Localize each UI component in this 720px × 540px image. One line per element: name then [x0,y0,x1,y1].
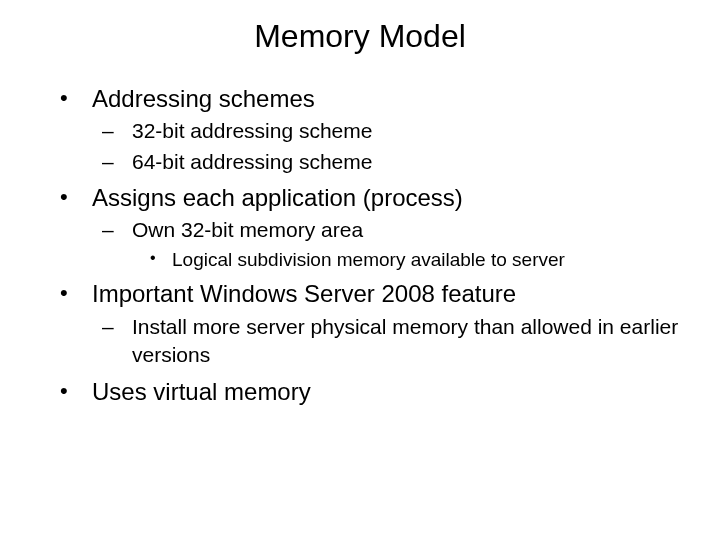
bullet-text: 64-bit addressing scheme [132,150,372,173]
slide: Memory Model Addressing schemes 32-bit a… [0,0,720,540]
bullet-text: 32-bit addressing scheme [132,119,372,142]
bullet-text: Logical subdivision memory available to … [172,249,565,270]
bullet-lvl2: Install more server physical memory than… [92,313,690,370]
sublist: 32-bit addressing scheme 64-bit addressi… [92,117,690,176]
slide-title: Memory Model [30,18,690,55]
bullet-list: Addressing schemes 32-bit addressing sch… [30,83,690,408]
bullet-lvl2: Own 32-bit memory area Logical subdivisi… [92,216,690,272]
bullet-text: Assigns each application (process) [92,184,463,211]
sublist: Logical subdivision memory available to … [132,247,690,273]
bullet-lvl2: 32-bit addressing scheme [92,117,690,145]
bullet-lvl1: Addressing schemes 32-bit addressing sch… [30,83,690,176]
sublist: Own 32-bit memory area Logical subdivisi… [92,216,690,272]
bullet-lvl3: Logical subdivision memory available to … [132,247,690,273]
bullet-text: Important Windows Server 2008 feature [92,280,516,307]
bullet-text: Addressing schemes [92,85,315,112]
sublist: Install more server physical memory than… [92,313,690,370]
bullet-lvl2: 64-bit addressing scheme [92,148,690,176]
bullet-text: Own 32-bit memory area [132,218,363,241]
bullet-lvl1: Assigns each application (process) Own 3… [30,182,690,272]
bullet-text: Install more server physical memory than… [132,315,678,366]
bullet-lvl1: Important Windows Server 2008 feature In… [30,278,690,369]
bullet-text: Uses virtual memory [92,378,311,405]
bullet-lvl1: Uses virtual memory [30,376,690,408]
